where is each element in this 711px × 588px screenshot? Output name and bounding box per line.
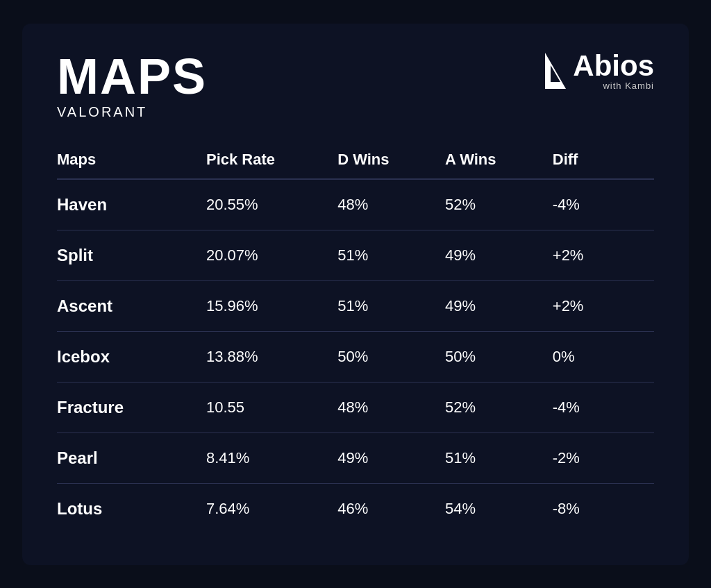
data-cell-4: -2%	[553, 432, 654, 483]
data-cell-3: 52%	[445, 382, 553, 432]
header-section: MAPS VALORANT Abios with Kambi	[57, 51, 654, 120]
table-header-row: Maps Pick Rate D Wins A Wins Diff	[57, 141, 654, 179]
abios-logo-triangle-icon	[545, 53, 566, 89]
data-cell-1: 8.41%	[206, 432, 337, 483]
data-cell-3: 49%	[445, 280, 553, 331]
logo-name: Abios	[573, 51, 654, 81]
data-cell-1: 20.07%	[206, 230, 337, 280]
map-name-cell: Split	[57, 230, 206, 280]
col-d-wins: D Wins	[337, 141, 445, 179]
table-row: Ascent15.96%51%49%+2%	[57, 280, 654, 331]
data-cell-1: 10.55	[206, 382, 337, 432]
map-name-cell: Lotus	[57, 483, 206, 534]
data-cell-2: 51%	[337, 280, 445, 331]
logo-tagline: with Kambi	[573, 81, 654, 91]
data-cell-2: 50%	[337, 331, 445, 382]
table-row: Icebox13.88%50%50%0%	[57, 331, 654, 382]
data-cell-3: 54%	[445, 483, 553, 534]
data-cell-4: +2%	[553, 230, 654, 280]
table-row: Fracture10.5548%52%-4%	[57, 382, 654, 432]
data-cell-3: 50%	[445, 331, 553, 382]
table-row: Pearl8.41%49%51%-2%	[57, 432, 654, 483]
data-cell-3: 52%	[445, 179, 553, 230]
logo-text-section: Abios with Kambi	[573, 51, 654, 91]
table-row: Split20.07%51%49%+2%	[57, 230, 654, 280]
table-header: Maps Pick Rate D Wins A Wins Diff	[57, 141, 654, 179]
data-cell-1: 15.96%	[206, 280, 337, 331]
map-name-cell: Fracture	[57, 382, 206, 432]
data-cell-2: 48%	[337, 382, 445, 432]
map-name-cell: Haven	[57, 179, 206, 230]
table-row: Haven20.55%48%52%-4%	[57, 179, 654, 230]
data-cell-1: 13.88%	[206, 331, 337, 382]
data-cell-2: 48%	[337, 179, 445, 230]
map-name-cell: Icebox	[57, 331, 206, 382]
data-cell-4: -4%	[553, 179, 654, 230]
subtitle: VALORANT	[57, 104, 207, 120]
map-name-cell: Pearl	[57, 432, 206, 483]
data-cell-3: 49%	[445, 230, 553, 280]
data-cell-2: 51%	[337, 230, 445, 280]
maps-table: Maps Pick Rate D Wins A Wins Diff Haven2…	[57, 141, 654, 534]
table-body: Haven20.55%48%52%-4%Split20.07%51%49%+2%…	[57, 179, 654, 534]
table-row: Lotus7.64%46%54%-8%	[57, 483, 654, 534]
col-diff: Diff	[553, 141, 654, 179]
data-cell-4: -8%	[553, 483, 654, 534]
data-cell-2: 46%	[337, 483, 445, 534]
map-name-cell: Ascent	[57, 280, 206, 331]
col-pick-rate: Pick Rate	[206, 141, 337, 179]
title-section: MAPS VALORANT	[57, 51, 207, 120]
main-card: MAPS VALORANT Abios with Kambi Maps Pick…	[22, 24, 689, 565]
data-cell-1: 20.55%	[206, 179, 337, 230]
logo-section: Abios with Kambi	[545, 51, 654, 91]
col-maps: Maps	[57, 141, 206, 179]
main-title: MAPS	[57, 51, 207, 101]
table-container: Maps Pick Rate D Wins A Wins Diff Haven2…	[57, 141, 654, 534]
data-cell-4: -4%	[553, 382, 654, 432]
data-cell-4: +2%	[553, 280, 654, 331]
data-cell-4: 0%	[553, 331, 654, 382]
col-a-wins: A Wins	[445, 141, 553, 179]
data-cell-1: 7.64%	[206, 483, 337, 534]
data-cell-2: 49%	[337, 432, 445, 483]
data-cell-3: 51%	[445, 432, 553, 483]
